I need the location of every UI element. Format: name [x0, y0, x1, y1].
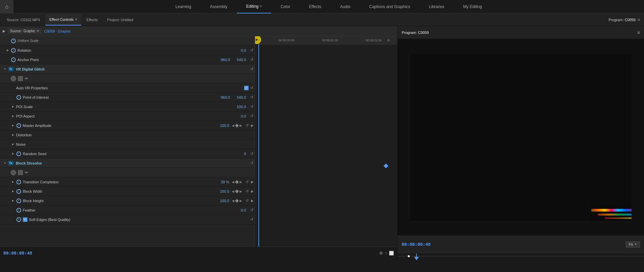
tab-effects[interactable]: Effects [83, 14, 102, 26]
master-amp-expand[interactable]: ▶ [11, 123, 15, 128]
auto-vr-checkbox[interactable]: ✓ [244, 86, 249, 90]
nav-my-editing[interactable]: My Editing [454, 0, 491, 13]
nav-captions[interactable]: Captions and Graphics [360, 0, 419, 13]
random-seed-expand[interactable]: ▶ [11, 151, 15, 156]
editing-menu-icon: ≡ [260, 4, 262, 8]
nav-audio[interactable]: Audio [331, 0, 360, 13]
filter-icon[interactable]: ⚙ [379, 251, 383, 256]
nav-effects[interactable]: Effects [300, 0, 331, 13]
soft-edges-reset[interactable]: ↺ [249, 217, 255, 223]
program-menu-icon[interactable]: ≡ [638, 17, 640, 22]
block-width-stopwatch[interactable] [16, 189, 21, 194]
pen-tool[interactable]: ✏ [25, 76, 28, 81]
rotation-stopwatch[interactable] [11, 48, 16, 53]
ellipse-tool[interactable] [11, 76, 16, 81]
vr-glitch-reset[interactable]: ↺ [249, 66, 255, 72]
random-seed-stopwatch[interactable] [16, 151, 21, 156]
export-icon[interactable]: ↑ [385, 251, 387, 256]
soft-edges-expand[interactable] [11, 217, 15, 222]
anchor-point-row: Anchor Point 960.0 540.0 ↺ [0, 55, 255, 64]
block-width-expand[interactable]: ▶ [11, 189, 15, 194]
block-width-reset[interactable]: ↺ [244, 188, 250, 194]
noise-expand[interactable]: ▶ [11, 142, 15, 147]
rotation-expand[interactable]: ▶ [5, 48, 10, 53]
nav-editing[interactable]: Editing ≡ [237, 0, 271, 13]
tab-project[interactable]: Project: Untitled [103, 14, 137, 26]
anchor-point-expand[interactable] [5, 57, 10, 62]
block-dissolve-tools: ✏ [0, 168, 255, 177]
ruler-mark-3: 00:00:01:50 [366, 39, 382, 42]
poi-scale-expand[interactable]: ▶ [11, 104, 15, 109]
transition-completion-stopwatch[interactable] [16, 179, 21, 185]
soft-edges-checkbox[interactable]: ✓ [23, 217, 28, 222]
rotation-reset[interactable]: ↺ [249, 47, 255, 53]
program-settings-icon[interactable]: ≡ [637, 30, 640, 35]
nav-learning[interactable]: Learning [166, 0, 201, 13]
block-dissolve-expand[interactable]: ▼ [3, 161, 7, 166]
vr-expand[interactable]: ▼ [3, 67, 7, 72]
distortion-expand[interactable]: ▶ [11, 133, 15, 137]
anchor-point-reset[interactable]: ↺ [249, 57, 255, 63]
master-amp-reset[interactable]: ↺ [244, 123, 250, 129]
poi-reset[interactable]: ↺ [249, 94, 255, 100]
master-amp-stopwatch[interactable] [16, 123, 21, 128]
prev-keyframe-btn[interactable]: ◀ [232, 124, 234, 127]
source-dropdown[interactable]: Source · Graphic ▼ [8, 29, 41, 34]
next-keyframe-btn[interactable]: ▶ [240, 124, 242, 127]
block-dissolve-header: ▼ fx Block Dissolve ↺ [0, 158, 255, 168]
bh-prev-keyframe[interactable]: ◀ [232, 199, 234, 202]
transition-expand-right[interactable]: ▶ [250, 180, 255, 184]
bh-next-keyframe[interactable]: ▶ [240, 199, 242, 202]
poi-stopwatch[interactable] [16, 95, 21, 100]
soft-edges-stopwatch[interactable] [16, 217, 21, 222]
master-amp-expand-right[interactable]: ▶ [250, 123, 255, 128]
auto-vr-expand[interactable] [11, 86, 15, 90]
feather-expand[interactable] [11, 208, 15, 213]
block-ellipse-tool[interactable] [11, 170, 16, 175]
uniform-scale-expand[interactable] [5, 39, 10, 43]
home-button[interactable]: ⌂ [0, 0, 13, 13]
vr-glitch-tools: ✏ [0, 74, 255, 83]
poi-aspect-expand[interactable]: ▶ [11, 114, 15, 119]
trans-next-keyframe[interactable]: ▶ [240, 180, 242, 184]
program-timeline[interactable] [398, 253, 644, 259]
tab-source[interactable]: Source: C0162.MP4 [3, 14, 44, 26]
block-width-expand-right[interactable]: ▶ [250, 189, 255, 194]
bh-keyframe-dot[interactable] [235, 199, 239, 202]
poi-aspect-reset[interactable]: ↺ [249, 113, 255, 119]
transition-keyframe-marker[interactable] [384, 164, 388, 168]
transition-completion-expand[interactable]: ▶ [11, 180, 15, 184]
trans-keyframe-dot[interactable] [235, 180, 239, 184]
point-of-interest-row: Point of Interest 960.0 540.0 ↺ [0, 93, 255, 102]
anchor-point-stopwatch[interactable] [11, 57, 16, 62]
poi-expand[interactable] [11, 95, 15, 100]
transition-reset[interactable]: ↺ [244, 179, 250, 185]
block-height-reset[interactable]: ↺ [244, 198, 250, 204]
nav-libraries[interactable]: Libraries [419, 0, 454, 13]
fit-dropdown[interactable]: Fit ▼ [626, 241, 640, 247]
video-thumbnail-preview [591, 208, 632, 221]
keyframe-dot[interactable] [235, 124, 239, 127]
block-rect-tool[interactable] [18, 170, 23, 175]
clip-label: C0059 · Graphic [44, 29, 71, 33]
block-pen-tool[interactable]: ✏ [25, 170, 28, 175]
block-height-expand-right[interactable]: ▶ [250, 198, 255, 203]
auto-vr-reset[interactable]: ↺ [249, 85, 255, 91]
feather-stopwatch[interactable] [16, 208, 21, 213]
poi-scale-reset[interactable]: ↺ [249, 104, 255, 110]
nav-color[interactable]: Color [271, 0, 300, 13]
block-dissolve-reset[interactable]: ↺ [249, 160, 255, 166]
block-height-stopwatch[interactable] [16, 198, 21, 203]
nav-assembly[interactable]: Assembly [201, 0, 237, 13]
feather-reset[interactable]: ↺ [249, 207, 255, 213]
trans-prev-keyframe[interactable]: ◀ [232, 180, 234, 184]
bw-next-keyframe[interactable]: ▶ [240, 190, 242, 193]
expand-bottom-icon[interactable]: ⬜ [389, 251, 394, 256]
rect-tool[interactable] [18, 76, 23, 81]
play-button[interactable]: ▶ [3, 29, 5, 33]
block-height-expand[interactable]: ▶ [11, 198, 15, 203]
bw-prev-keyframe[interactable]: ◀ [232, 190, 234, 193]
random-seed-reset[interactable]: ↺ [249, 151, 255, 157]
bw-keyframe-dot[interactable] [235, 189, 239, 193]
tab-effect-controls[interactable]: Effect Controls ≡ [45, 14, 81, 26]
